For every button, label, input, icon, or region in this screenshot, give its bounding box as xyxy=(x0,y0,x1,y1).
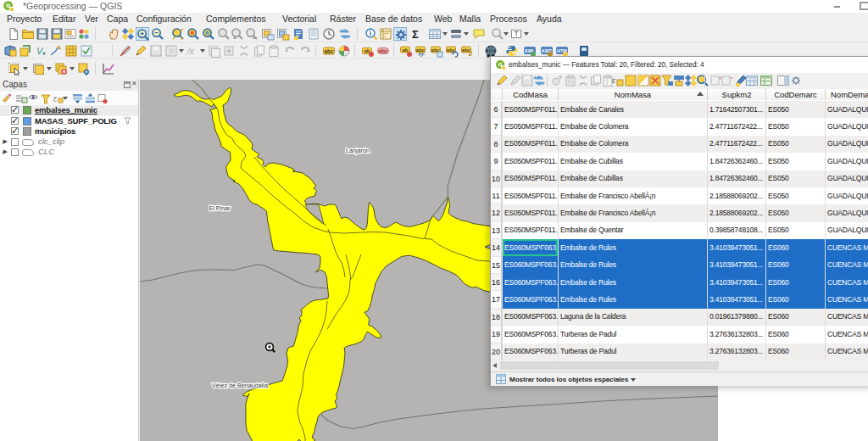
svg-text:ε: ε xyxy=(53,94,58,103)
svg-text:abc: abc xyxy=(416,47,426,53)
svg-text:Lanjarón: Lanjarón xyxy=(346,147,370,154)
svg-text:V: V xyxy=(36,46,44,56)
svg-text:Vélez de Benaudalla: Vélez de Benaudalla xyxy=(212,382,268,389)
svg-text:/x: /x xyxy=(186,47,195,56)
svg-text:ab: ab xyxy=(402,47,408,53)
svg-text:abc: abc xyxy=(379,48,388,53)
svg-text:T: T xyxy=(514,30,518,38)
svg-text:abc: abc xyxy=(324,48,334,54)
svg-text:abc: abc xyxy=(462,47,471,53)
svg-text:El Pinar: El Pinar xyxy=(209,204,231,212)
svg-text:ε: ε xyxy=(612,76,616,85)
svg-text:Σ: Σ xyxy=(412,28,419,41)
svg-text:i: i xyxy=(370,29,371,37)
